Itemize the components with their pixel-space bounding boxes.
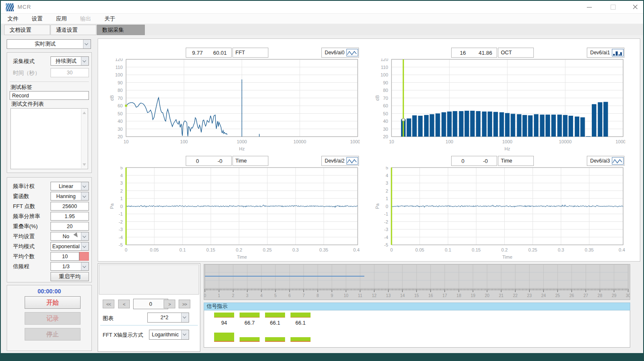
test-file-list[interactable] <box>10 108 88 169</box>
tab-bar: 文档设置 通道设置 数据采集 <box>1 25 643 36</box>
svg-text:-1: -1 <box>384 211 388 216</box>
svg-text:60: 60 <box>118 103 123 108</box>
window-title: MCR <box>18 4 31 10</box>
main-area: 实时测试 采集模式 持续测试 时间（秒） 30 测试标签 Record 测试文件… <box>1 35 643 355</box>
svg-text:0.3: 0.3 <box>292 247 298 252</box>
octave-select[interactable]: 1/3 <box>51 262 89 271</box>
svg-text:20: 20 <box>485 293 490 298</box>
svg-text:-4: -4 <box>119 235 123 240</box>
channel-box[interactable]: Dev6/ai3 <box>587 156 624 166</box>
svg-text:15: 15 <box>414 293 419 298</box>
record-timeline-panel[interactable]: 0123456789101112131415161718192021222324… <box>204 264 630 300</box>
acq-mode-select[interactable]: 持续测试 <box>51 56 89 66</box>
svg-text:24: 24 <box>541 293 546 298</box>
overlap-input[interactable]: 20 <box>51 222 89 231</box>
channel-name: Dev6/ai2 <box>325 158 344 164</box>
svg-text:4: 4 <box>120 173 123 178</box>
acq-mode-value: 持续测试 <box>51 57 81 65</box>
signal-meter-bar <box>290 337 311 342</box>
menu-about[interactable]: 关于 <box>104 15 115 23</box>
window-func-label: 窗函数 <box>13 193 29 200</box>
cursor-readout: 9.77 60.01 <box>186 48 232 58</box>
svg-text:8: 8 <box>317 293 319 298</box>
svg-text:17: 17 <box>442 293 447 298</box>
window-func-select[interactable]: Hanning <box>51 192 89 201</box>
tab-data-acquisition[interactable]: 数据采集 <box>97 25 145 35</box>
page-index-input[interactable]: 0 <box>133 299 168 309</box>
svg-text:0.35: 0.35 <box>319 247 328 252</box>
signal-value: 94 <box>214 320 234 326</box>
svg-text:10000: 10000 <box>293 139 306 144</box>
cursor-readout: 0 -0 <box>186 156 232 166</box>
chart-type-box[interactable]: FFT <box>232 48 268 58</box>
freq-weighting-select[interactable]: Linear <box>51 182 89 191</box>
svg-text:6: 6 <box>288 293 291 298</box>
test-mode-select[interactable]: 实时测试 <box>7 39 91 49</box>
minimize-button[interactable] <box>582 1 596 13</box>
start-button[interactable]: 开始 <box>25 296 81 309</box>
signal-channel-4: 66.1 <box>290 313 311 342</box>
svg-text:1: 1 <box>218 293 220 298</box>
test-tag-input[interactable]: Record <box>10 91 89 100</box>
svg-text:Hz: Hz <box>505 146 510 151</box>
chart-type-box[interactable]: Time <box>232 156 268 166</box>
svg-text:60: 60 <box>383 103 388 108</box>
maximize-button[interactable] <box>606 1 620 13</box>
scrollbar[interactable] <box>81 109 87 168</box>
channel-name: Dev6/ai1 <box>590 50 610 56</box>
svg-text:0.25: 0.25 <box>528 247 537 252</box>
svg-text:100000: 100000 <box>350 139 360 144</box>
fft-xaxis-select[interactable]: Logarithmic <box>149 330 189 340</box>
svg-text:20: 20 <box>383 134 388 139</box>
fft-points-input[interactable]: 25600 <box>51 202 89 211</box>
nav-first-button[interactable]: << <box>103 300 114 308</box>
svg-text:Hz: Hz <box>239 146 245 151</box>
channel-box[interactable]: Dev6/ai0 <box>321 48 359 58</box>
avg-count-input[interactable]: 10 <box>51 252 79 261</box>
signal-level-bar <box>290 313 311 318</box>
svg-text:2: 2 <box>232 293 235 298</box>
nav-next-button[interactable]: > <box>164 300 175 308</box>
channel-name: Dev6/ai0 <box>325 50 344 56</box>
svg-text:20: 20 <box>118 134 123 139</box>
svg-text:50: 50 <box>118 111 123 116</box>
svg-text:0.05: 0.05 <box>415 247 424 252</box>
svg-text:16: 16 <box>428 293 433 298</box>
menu-settings[interactable]: 设置 <box>32 15 43 23</box>
svg-text:Pa: Pa <box>109 203 114 209</box>
avg-mode-select[interactable]: Exponential <box>51 242 89 251</box>
nav-last-button[interactable]: >> <box>179 300 190 308</box>
signal-value: 66.1 <box>290 320 311 326</box>
cursor-y-value: 41.86 <box>474 50 497 56</box>
svg-text:10: 10 <box>389 139 394 144</box>
chart-type-box[interactable]: OCT <box>498 48 534 58</box>
fft-points-label: FFT 点数 <box>13 203 35 210</box>
svg-text:1: 1 <box>120 196 123 201</box>
menu-file[interactable]: 文件 <box>8 15 18 23</box>
time-plot[interactable]: -5-4-3-2-101234500.050.10.150.20.250.30.… <box>366 167 625 261</box>
chart-type-box[interactable]: Time <box>498 156 534 166</box>
restart-average-button[interactable]: 重启平均 <box>51 272 89 281</box>
svg-text:-3: -3 <box>119 227 123 232</box>
chart-layout-select[interactable]: 2*2 <box>147 313 189 323</box>
minimize-icon <box>587 7 592 8</box>
channel-box[interactable]: Dev6/ai1 <box>587 48 624 58</box>
time-plot[interactable]: -5-4-3-2-101234500.050.10.150.20.250.30.… <box>101 167 360 261</box>
signal-value: 66.7 <box>240 320 260 326</box>
nav-prev-button[interactable]: < <box>118 300 130 308</box>
close-button[interactable] <box>628 1 642 13</box>
tab-document-settings[interactable]: 文档设置 <box>4 25 50 35</box>
scroll-down-icon[interactable] <box>83 163 86 166</box>
svg-text:25: 25 <box>555 293 560 298</box>
channel-box[interactable]: Dev6/ai2 <box>321 156 359 166</box>
freq-resolution-input[interactable]: 1.95 <box>51 212 89 221</box>
svg-text:10: 10 <box>343 293 349 298</box>
scroll-up-icon[interactable] <box>83 112 86 114</box>
acq-time-label: 时间（秒） <box>13 69 40 77</box>
tab-channel-settings[interactable]: 通道设置 <box>51 25 96 35</box>
svg-text:0.1: 0.1 <box>445 247 451 252</box>
octave-plot[interactable]: 2030405060708090100110120101001000100001… <box>366 58 625 153</box>
avg-setting-select[interactable]: No <box>51 232 89 241</box>
menu-application[interactable]: 应用 <box>56 15 67 23</box>
fft-plot[interactable]: 2030405060708090100110120101001000100001… <box>101 58 360 153</box>
